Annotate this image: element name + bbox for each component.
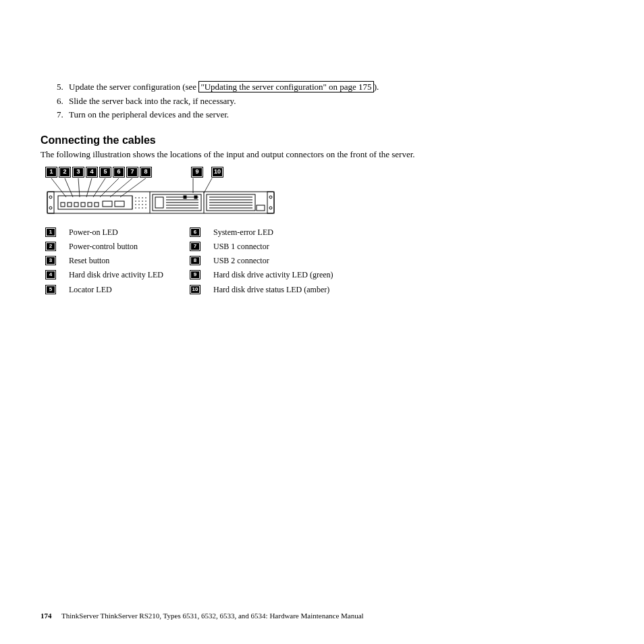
cross-reference-link[interactable]: "Updating the server configuration" on p… [198,81,373,92]
svg-rect-25 [115,201,124,207]
svg-point-15 [269,196,272,198]
svg-point-38 [145,204,146,205]
legend-number: 8 [190,257,200,265]
step-number: 6. [57,95,69,107]
svg-point-39 [135,207,136,209]
svg-rect-19 [68,203,72,207]
svg-point-27 [135,197,136,198]
svg-rect-11 [47,192,54,213]
legend-number: 2 [46,242,55,250]
legend-label: System-error LED [213,227,333,238]
legend-label: Reset button [69,255,163,266]
svg-rect-24 [103,201,112,207]
callout-legend: 1 Power-on LED 2 Power-control button 3 … [46,227,603,295]
legend-label: USB 2 connector [213,255,333,266]
legend-number: 4 [46,271,55,279]
page-footer: 174 ThinkServer ThinkServer RS210, Types… [41,611,364,621]
section-heading: Connecting the cables [41,133,603,148]
document-page: 5. Update the server configuration (see … [0,0,644,644]
step-number: 5. [57,81,69,93]
callout-gap [205,167,209,177]
callout-number: 6 [113,167,124,177]
illustration-block: 1 2 3 4 5 6 7 8 9 10 [46,167,603,219]
legend-number: 5 [46,286,55,294]
callout-gap [154,167,189,177]
step-text-after: ). [374,82,379,92]
step-item: 7. Turn on the peripheral devices and th… [57,109,603,121]
legend-column: 1 Power-on LED 2 Power-control button 3 … [46,227,163,295]
svg-rect-20 [74,203,78,207]
svg-rect-23 [95,203,99,207]
legend-label: Locator LED [69,284,163,295]
svg-point-30 [145,197,146,198]
svg-rect-45 [155,197,163,208]
step-text: Turn on the peripheral devices and the s… [69,109,603,121]
svg-rect-21 [81,203,85,207]
step-item: 6. Slide the server back into the rack, … [57,95,603,107]
callout-number: 3 [73,167,84,177]
callout-number: 7 [127,167,138,177]
svg-rect-60 [257,205,265,211]
svg-point-29 [142,197,143,198]
callout-number: 5 [100,167,111,177]
callout-number: 4 [86,167,97,177]
svg-rect-14 [267,192,274,213]
legend-label: Hard disk drive activity LED [69,269,163,280]
legend-label: Power-on LED [69,227,163,238]
step-text: Update the server configuration (see "Up… [69,81,603,93]
svg-point-33 [142,200,143,202]
svg-point-32 [138,200,140,202]
svg-point-35 [135,204,136,205]
step-text: Slide the server back into the rack, if … [69,95,603,107]
legend-number: 7 [190,242,200,250]
section-intro: The following illustration shows the loc… [41,149,419,161]
page-number: 174 [41,612,52,620]
svg-rect-51 [184,196,186,198]
callout-number: 9 [192,167,203,177]
svg-point-12 [49,196,52,198]
svg-point-37 [142,204,143,205]
callout-number: 1 [46,167,57,177]
step-list: 5. Update the server configuration (see … [41,81,603,121]
legend-label: Power-control button [69,241,163,252]
svg-point-34 [145,200,146,202]
svg-point-41 [142,207,143,209]
step-number: 7. [57,109,69,121]
legend-label: Hard disk drive status LED (amber) [213,284,333,295]
svg-point-28 [138,197,140,198]
step-text-before: Update the server configuration (see [69,82,198,92]
legend-number: 10 [190,286,200,294]
callout-number: 10 [212,167,223,177]
server-front-illustration [46,178,275,219]
svg-rect-22 [88,203,92,207]
svg-rect-18 [61,203,65,207]
legend-number: 1 [46,228,55,236]
legend-label: Hard disk drive activity LED (green) [213,269,333,280]
svg-point-31 [135,200,136,202]
footer-text: ThinkServer ThinkServer RS210, Types 653… [61,612,364,620]
legend-label: USB 1 connector [213,241,333,252]
svg-point-36 [138,204,140,205]
svg-point-13 [49,207,52,209]
svg-point-40 [138,207,140,209]
step-item: 5. Update the server configuration (see … [57,81,603,93]
legend-number: 3 [46,257,55,265]
svg-point-42 [145,207,146,209]
callout-number: 2 [59,167,70,177]
legend-number: 6 [190,228,200,236]
callout-number: 8 [140,167,151,177]
svg-point-16 [269,207,272,209]
server-drawing [46,189,275,219]
svg-rect-52 [194,196,197,198]
callout-row: 1 2 3 4 5 6 7 8 9 10 [46,167,603,177]
legend-column: 6 System-error LED 7 USB 1 connector 8 U… [190,227,333,295]
legend-number: 9 [190,271,200,279]
